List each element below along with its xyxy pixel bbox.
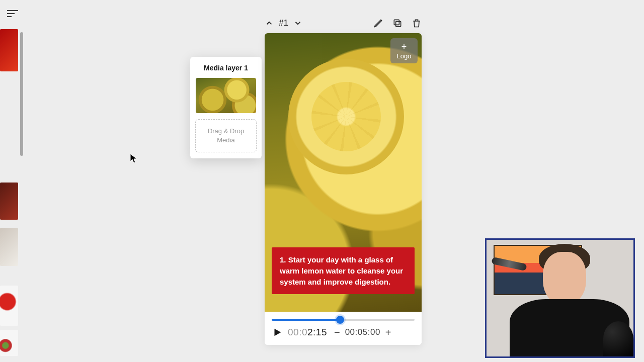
plus-icon: + xyxy=(401,42,407,51)
scene-toolbar: #1 xyxy=(265,15,422,31)
slide-background: + Logo 1. Start your day with a glass of… xyxy=(265,33,422,312)
drop-zone-text: Drag & Drop xyxy=(200,127,252,136)
rail-thumb[interactable] xyxy=(0,228,18,266)
scene-number: #1 xyxy=(279,18,288,28)
logo-chip-label: Logo xyxy=(397,52,412,60)
drop-zone[interactable]: Drag & Drop Media xyxy=(195,119,257,152)
drop-zone-text: Media xyxy=(200,136,252,145)
pip-mic xyxy=(603,321,633,356)
trash-icon[interactable] xyxy=(412,18,422,28)
time-decrease[interactable]: − xyxy=(334,327,340,338)
caption-text[interactable]: 1. Start your day with a glass of warm l… xyxy=(272,247,415,294)
duplicate-icon[interactable] xyxy=(392,18,403,28)
chevron-down-icon[interactable] xyxy=(293,19,302,28)
pip-person xyxy=(543,252,586,305)
play-icon[interactable] xyxy=(272,327,283,338)
svg-rect-1 xyxy=(394,20,399,25)
rail-thumb[interactable] xyxy=(0,183,18,220)
webcam-pip[interactable] xyxy=(485,238,635,358)
pencil-icon[interactable] xyxy=(373,18,383,28)
media-layer-thumb[interactable] xyxy=(196,78,256,113)
playhead[interactable] xyxy=(336,316,344,324)
timeline-fill xyxy=(272,319,340,321)
add-logo-button[interactable]: + Logo xyxy=(390,38,418,63)
rail-thumb[interactable] xyxy=(0,29,18,71)
mouse-cursor xyxy=(130,153,138,166)
media-layer-title: Media layer 1 xyxy=(195,64,257,72)
chevron-up-icon[interactable] xyxy=(265,19,274,28)
media-rail xyxy=(0,29,24,362)
rail-scrollbar[interactable] xyxy=(20,32,23,156)
media-layer-panel: Media layer 1 Drag & Drop Media xyxy=(190,57,262,158)
timeline-track[interactable] xyxy=(272,319,415,321)
rail-thumb[interactable] xyxy=(0,330,18,356)
menu-icon[interactable] xyxy=(7,8,18,19)
total-time: 00:05:00 xyxy=(345,327,380,337)
slide-background xyxy=(288,59,404,174)
rail-thumb[interactable] xyxy=(0,286,18,326)
player-bar: 00:02:15 − 00:05:00 + xyxy=(265,312,422,345)
current-time: 00:02:15 xyxy=(288,327,327,338)
time-increase[interactable]: + xyxy=(385,327,391,338)
svg-rect-0 xyxy=(396,22,401,27)
canvas-preview[interactable]: + Logo 1. Start your day with a glass of… xyxy=(265,33,422,345)
